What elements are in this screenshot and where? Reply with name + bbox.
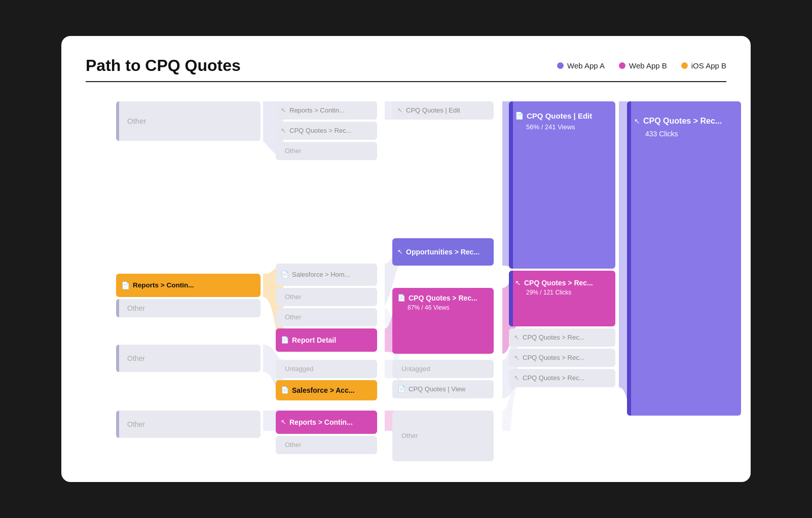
col4-cpq-rec-sublabel: 29% / 121 Clicks (515, 289, 571, 296)
col4-cpq-edit-label: CPQ Quotes | Edit (527, 112, 592, 120)
col2-salesforce-acc[interactable]: 📄 Salesforce > Acc... (276, 380, 377, 400)
col2-other2[interactable]: Other (276, 288, 377, 306)
doc-icon2: 📄 (281, 271, 289, 278)
cursor-icon1: ↖ (281, 106, 286, 114)
col2-other2-label: Other (281, 293, 302, 301)
col2-other3-label: Other (281, 313, 302, 321)
cursor-icon5: ↖ (397, 248, 403, 255)
col1-other1-label: Other (121, 117, 146, 125)
col2-report-detail[interactable]: 📄 Report Detail (276, 328, 377, 352)
cursor-icon2: ↖ (281, 127, 286, 134)
col1-other3[interactable]: Other (116, 345, 261, 372)
cursor-icon10: ↖ (634, 117, 640, 125)
col1-reports[interactable]: 📄 Reports > Contin... (116, 274, 261, 297)
col4-cpq-rec3-label: CPQ Quotes > Rec... (523, 354, 584, 361)
page-title: Path to CPQ Quotes (86, 56, 241, 75)
col2-salesforce[interactable]: 📄 Salesforce > Hom... (276, 264, 377, 286)
header: Path to CPQ Quotes Web App A Web App B i… (86, 56, 726, 75)
col2-report-detail-label: Report Detail (292, 336, 336, 344)
col3-other-label: Other (397, 432, 418, 439)
header-divider (86, 81, 726, 82)
col2-salesforce-label: Salesforce > Hom... (292, 271, 350, 278)
cursor-icon9: ↖ (514, 374, 520, 382)
doc-icon6: 📄 (397, 385, 405, 393)
col3-other[interactable]: Other (392, 411, 494, 461)
col2-cpq-label: CPQ Quotes > Rec... (289, 127, 351, 134)
col3-cpq-rec-label: CPQ Quotes > Rec... (409, 294, 477, 302)
col4-cpq-rec3[interactable]: ↖ CPQ Quotes > Rec... (509, 349, 615, 367)
col1-reports-label: Reports > Contin... (133, 281, 194, 289)
col3-opps-label: Opportunities > Rec... (406, 248, 479, 256)
col5-cpq-rec[interactable]: ↖ CPQ Quotes > Rec... 433 Clicks (627, 101, 741, 416)
col4-cpq-edit-sublabel: 56% / 241 Views (515, 123, 575, 131)
legend-label-web-app-a: Web App A (567, 61, 605, 70)
col1-other3-label: Other (121, 354, 145, 362)
cursor-icon7: ↖ (514, 334, 520, 341)
doc-icon5: 📄 (397, 294, 405, 302)
col5-cpq-rec-label: CPQ Quotes > Rec... (643, 117, 722, 126)
col5-cpq-rec-sublabel: 433 Clicks (634, 130, 678, 138)
col3-cpq-rec-sublabel: 87% / 46 Views (397, 304, 450, 311)
col1-other2[interactable]: Other (116, 299, 261, 317)
cursor-icon4: ↖ (397, 106, 403, 114)
col2-reports-label: Reports > Contin... (289, 106, 345, 114)
col2-other1-label: Other (281, 147, 302, 155)
legend-item-web-app-a: Web App A (557, 61, 605, 70)
legend-item-ios-app-b: iOS App B (681, 61, 726, 70)
legend-dot-web-app-a (557, 62, 564, 69)
col2-reports2-label: Reports > Contin... (289, 418, 353, 426)
col4-cpq-rec2[interactable]: ↖ CPQ Quotes > Rec... (509, 328, 615, 347)
col4-cpq-rec-label: CPQ Quotes > Rec... (524, 279, 593, 287)
doc-icon: 📄 (121, 281, 130, 289)
col2-other4[interactable]: Other (276, 436, 377, 454)
legend-item-web-app-b: Web App B (619, 61, 667, 70)
col2-other3[interactable]: Other (276, 308, 377, 326)
doc-icon7: 📄 (515, 112, 524, 120)
col4-cpq-rec4[interactable]: ↖ CPQ Quotes > Rec... (509, 369, 615, 387)
cursor-icon8: ↖ (514, 354, 520, 361)
doc-icon3: 📄 (281, 336, 289, 344)
flow-diagram: Other 📄 Reports > Contin... Other Other … (86, 96, 726, 431)
col4-cpq-rec4-label: CPQ Quotes > Rec... (523, 374, 584, 382)
col3-cpq-view-label: CPQ Quotes | View (409, 385, 465, 393)
doc-icon4: 📄 (281, 386, 289, 394)
col2-other4-label: Other (281, 441, 302, 449)
col3-cpq-edit-label: CPQ Quotes | Edit (406, 106, 460, 114)
col4-cpq-edit[interactable]: 📄 CPQ Quotes | Edit 56% / 241 Views (509, 101, 615, 269)
col3-cpq-view[interactable]: 📄 CPQ Quotes | View (392, 380, 494, 398)
legend-dot-web-app-b (619, 62, 625, 69)
col2-untagged[interactable]: Untagged (276, 360, 377, 378)
col1-other1[interactable]: Other (116, 101, 261, 141)
col3-opps[interactable]: ↖ Opportunities > Rec... (392, 238, 494, 266)
col2-reports2[interactable]: ↖ Reports > Contin... (276, 411, 377, 434)
legend-label-ios-app-b: iOS App B (691, 61, 726, 70)
col2-reports[interactable]: ↖ Reports > Contin... (276, 101, 377, 120)
col1-other2-label: Other (121, 304, 145, 312)
col3-untagged-label: Untagged (397, 365, 430, 373)
col1-other4-label: Other (121, 420, 145, 428)
cursor-icon6: ↖ (515, 279, 521, 287)
col2-other1[interactable]: Other (276, 142, 377, 160)
legend-dot-ios-app-b (681, 62, 688, 69)
col3-cpq-edit[interactable]: ↖ CPQ Quotes | Edit (392, 101, 494, 120)
col2-salesforce-acc-label: Salesforce > Acc... (292, 386, 355, 394)
col4-cpq-rec2-label: CPQ Quotes > Rec... (523, 334, 584, 341)
col3-untagged[interactable]: Untagged (392, 360, 494, 378)
col2-cpq[interactable]: ↖ CPQ Quotes > Rec... (276, 122, 377, 140)
col1-other4[interactable]: Other (116, 411, 261, 438)
col4-cpq-rec[interactable]: ↖ CPQ Quotes > Rec... 29% / 121 Clicks (509, 271, 615, 326)
main-card: Path to CPQ Quotes Web App A Web App B i… (61, 36, 751, 482)
col2-untagged-label: Untagged (281, 365, 313, 373)
legend-label-web-app-b: Web App B (629, 61, 667, 70)
cursor-icon3: ↖ (281, 418, 286, 426)
legend: Web App A Web App B iOS App B (557, 61, 726, 70)
col3-cpq-rec[interactable]: 📄 CPQ Quotes > Rec... 87% / 46 Views (392, 288, 494, 354)
